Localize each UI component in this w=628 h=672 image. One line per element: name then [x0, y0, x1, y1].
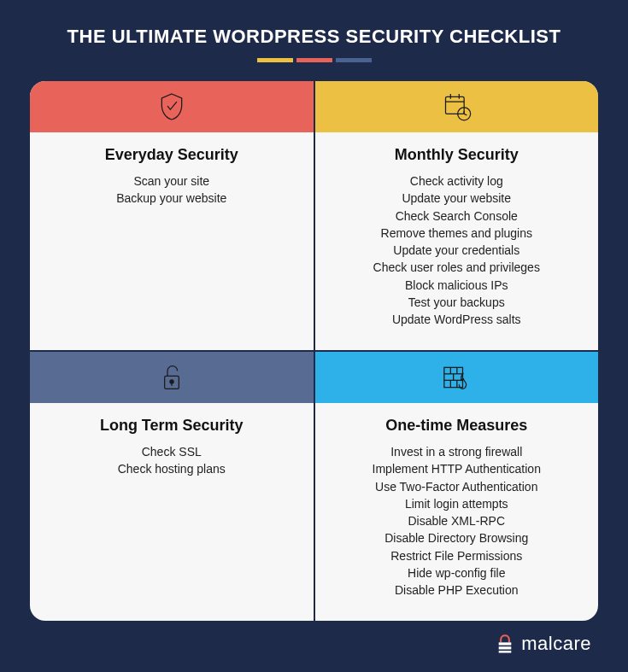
list-item: Update WordPress salts [332, 311, 582, 328]
list-item: Implement HTTP Authentication [332, 460, 582, 477]
list-item: Disable Directory Browsing [332, 529, 582, 546]
brand-name: malcare [521, 633, 591, 655]
footer: malcare [30, 633, 598, 655]
list-item: Check user roles and privileges [332, 259, 582, 276]
card-items-everyday: Scan your site Backup your website [47, 172, 296, 207]
list-item: Check SSL [47, 443, 296, 460]
firewall-icon [439, 360, 473, 394]
svg-rect-19 [499, 646, 512, 649]
card-header-onetime [315, 352, 599, 403]
card-title-monthly: Monthly Security [332, 146, 582, 164]
underline-yellow [257, 58, 293, 62]
card-title-onetime: One-time Measures [332, 417, 582, 435]
list-item: Check activity log [332, 172, 582, 190]
unlock-icon [155, 360, 189, 394]
calendar-clock-icon [439, 90, 473, 124]
svg-line-6 [464, 114, 467, 115]
svg-rect-20 [499, 651, 512, 652]
card-body-onetime: One-time Measures Invest in a strong fir… [315, 403, 599, 613]
svg-point-8 [170, 380, 173, 383]
list-item: Backup your website [47, 190, 296, 207]
list-item: Update your credentials [332, 242, 582, 259]
list-item: Check Search Console [332, 207, 582, 225]
brand-logo: malcare [494, 633, 591, 655]
list-item: Hide wp-config file [332, 564, 582, 581]
card-items-longterm: Check SSL Check hosting plans [47, 443, 296, 478]
list-item: Disable XML-RPC [332, 512, 582, 529]
malcare-lock-icon [494, 633, 516, 655]
page-title: THE ULTIMATE WORDPRESS SECURITY CHECKLIS… [30, 26, 598, 48]
card-body-longterm: Long Term Security Check SSL Check hosti… [30, 403, 314, 492]
card-onetime-measures: One-time Measures Invest in a strong fir… [315, 352, 599, 621]
title-underline [30, 58, 598, 62]
card-body-everyday: Everyday Security Scan your site Backup … [30, 132, 314, 221]
card-title-everyday: Everyday Security [47, 146, 296, 164]
list-item: Restrict File Permissions [332, 547, 582, 564]
list-item: Remove themes and plugins [332, 225, 582, 242]
list-item: Check hosting plans [47, 460, 296, 477]
svg-rect-0 [446, 96, 465, 114]
svg-rect-18 [499, 642, 512, 645]
card-everyday-security: Everyday Security Scan your site Backup … [30, 81, 314, 350]
list-item: Scan your site [47, 172, 296, 190]
card-monthly-security: Monthly Security Check activity log Upda… [315, 81, 599, 350]
card-items-monthly: Check activity log Update your website C… [332, 172, 582, 329]
card-header-monthly [315, 81, 599, 132]
underline-coral [296, 58, 332, 62]
card-title-longterm: Long Term Security [47, 417, 296, 435]
card-items-onetime: Invest in a strong firewall Implement HT… [332, 443, 582, 599]
checklist-grid: Everyday Security Scan your site Backup … [30, 81, 598, 621]
list-item: Disable PHP Execution [332, 581, 582, 599]
list-item: Update your website [332, 190, 582, 207]
card-header-longterm [30, 352, 314, 403]
list-item: Use Two-Factor Authentication [332, 478, 582, 495]
card-longterm-security: Long Term Security Check SSL Check hosti… [30, 352, 314, 621]
card-header-everyday [30, 81, 314, 132]
card-body-monthly: Monthly Security Check activity log Upda… [315, 132, 599, 342]
list-item: Test your backups [332, 294, 582, 311]
list-item: Invest in a strong firewall [332, 443, 582, 460]
list-item: Limit login attempts [332, 495, 582, 512]
underline-blue [336, 58, 372, 62]
list-item: Block malicious IPs [332, 277, 582, 294]
shield-check-icon [155, 90, 189, 124]
